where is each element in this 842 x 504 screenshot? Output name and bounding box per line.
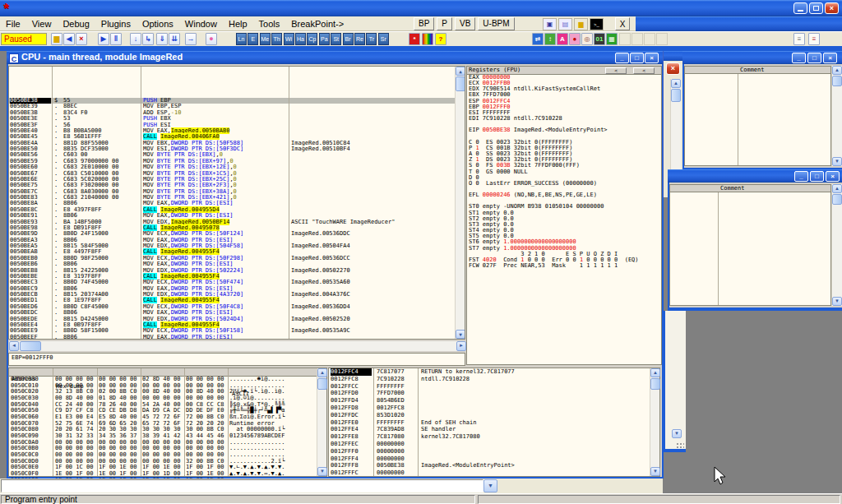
disasm-row[interactable]: 0050BE3B.83C4 F0ADD ESP,-10	[9, 110, 465, 116]
stack-row[interactable]: 0012FFF400000000	[329, 455, 659, 463]
menu-button-bp[interactable]: BP	[414, 17, 434, 30]
compare-icon[interactable]: ↕	[544, 33, 556, 45]
animate-over-icon[interactable]: ⇊	[169, 33, 180, 45]
disasm-row[interactable]: 0050BE38$55PUSH EBP	[9, 98, 465, 104]
stack-row[interactable]: 0012FFD07FFD7000	[329, 390, 659, 397]
pane-button-sr[interactable]: Sr	[378, 33, 389, 45]
disasm-row[interactable]: 0050BEC3.8B0D 74F45000MOV ECX,DWORD PTR …	[9, 280, 465, 285]
step-over-icon[interactable]: ↳	[142, 33, 154, 45]
stack-row[interactable]: 0012FFD48054B6ED	[329, 397, 659, 405]
dump-vscrollbar[interactable]: ▲ ▼	[317, 368, 326, 476]
register-line[interactable]: EDI 7C910228 ntdll.7C910228	[467, 116, 661, 122]
collapse-button[interactable]: <	[605, 67, 627, 74]
notes2-icon[interactable]: ≡	[808, 33, 820, 45]
menu-options[interactable]: Options	[136, 17, 179, 30]
cpu-window-titlebar[interactable]: CCPU - main thread, module ImageRed _ □ …	[7, 51, 664, 64]
menu-file[interactable]: File	[0, 17, 26, 30]
menu-button-vb[interactable]: VB	[455, 17, 475, 30]
go-back-icon[interactable]: ◀	[63, 33, 75, 45]
command-combobox-input[interactable]	[1, 479, 483, 492]
disasm-row[interactable]: 0050BED6.8B0D C8F45000MOV ECX,DWORD PTR …	[9, 304, 465, 310]
close-button[interactable]: ×	[826, 171, 840, 182]
menu-debug[interactable]: Debug	[57, 17, 95, 30]
disasm-row[interactable]: 0050BEB0.8B0D 98F25000MOV ECX,DWORD PTR …	[9, 256, 465, 261]
step-into-icon[interactable]: ↓	[130, 33, 141, 45]
right-bottom-titlebar[interactable]: _ □ ×	[668, 169, 842, 183]
pane-button-me[interactable]: Me	[260, 33, 271, 45]
disasm-row[interactable]: 0050BE3E.53PUSH EBX	[9, 116, 465, 122]
register-line[interactable]: EFL 00000246 (NO,NB,E,BE,NS,PE,GE,LE)	[467, 192, 661, 198]
scroll-thumb[interactable]	[20, 341, 41, 351]
disasm-hscrollbar[interactable]: ◄ ►	[8, 341, 465, 351]
combobox-dropdown-icon[interactable]: ▼	[483, 479, 497, 492]
pane-button-th[interactable]: Th	[271, 33, 282, 45]
menu-button-u-bpm[interactable]: U-BPM	[478, 17, 514, 30]
menu-view[interactable]: View	[26, 17, 58, 30]
menu-plugins[interactable]: Plugins	[95, 17, 136, 30]
close-button[interactable]: ×	[825, 2, 839, 14]
cpu-minimize-button[interactable]: _	[615, 53, 629, 63]
menu-breakpoint[interactable]: BreakPoint->	[285, 17, 349, 30]
spiral-icon[interactable]: ◎	[581, 33, 593, 45]
breakpoint-icon[interactable]: ●	[569, 33, 581, 45]
stack-row[interactable]: 0012FFE87C817080kernel32.7C817080	[329, 433, 659, 441]
stack-row[interactable]: 0012FFCCFFFFFFFF	[329, 383, 659, 391]
scroll-down-icon[interactable]: ▼	[832, 157, 842, 166]
open-file-icon[interactable]: ▆	[51, 33, 62, 45]
pane-button-ha[interactable]: Ha	[295, 33, 306, 45]
scroll-up-icon[interactable]: ▲	[832, 184, 842, 193]
scroll-thumb[interactable]	[317, 378, 327, 390]
scroll-thumb[interactable]	[456, 76, 465, 91]
minimize-button[interactable]	[793, 2, 807, 14]
minimize-button[interactable]: _	[794, 171, 808, 182]
close-button[interactable]: ×	[823, 53, 837, 63]
stack-vscrollbar[interactable]: ▲ ▼	[650, 368, 659, 476]
gear-icon[interactable]: *	[409, 33, 420, 45]
pane-button-st[interactable]: St	[331, 33, 341, 45]
pane-button-pa[interactable]: Pa	[319, 33, 330, 45]
menu-window[interactable]: Window	[179, 17, 223, 30]
right-top-vscrollbar[interactable]: ▲ ▼	[831, 66, 842, 166]
pane-button-wi[interactable]: Wi	[284, 33, 294, 45]
stack-row[interactable]: 0012FFC47C817077RETURN to kernel32.7C817…	[329, 368, 659, 376]
console-icon[interactable]: >_	[590, 18, 604, 30]
assembler-icon[interactable]: A	[557, 33, 568, 45]
pane-button-cp[interactable]: Cp	[307, 33, 317, 45]
disasm-row[interactable]: 0050BE9D.8B0D 24F15000MOV ECX,DWORD PTR …	[9, 231, 465, 237]
pane-button-e[interactable]: E	[248, 33, 258, 45]
splat-icon[interactable]: ●	[206, 33, 217, 45]
register-line[interactable]: O 0 LastErr ERROR_SUCCESS (00000000)	[467, 181, 661, 187]
stack-row[interactable]: 0012FFC87C910228ntdll.7C910228	[329, 376, 659, 383]
close-program-icon[interactable]: ×	[76, 33, 87, 45]
maximize-button[interactable]: □	[810, 171, 824, 182]
scroll-up-icon[interactable]: ▲	[832, 66, 842, 75]
scroll-up-icon[interactable]: ▲	[317, 368, 327, 377]
disasm-row[interactable]: 0050BEEF.8B06MOV EAX,DWORD PTR DS:[ESI]	[9, 335, 465, 340]
rainbow-icon[interactable]	[422, 33, 433, 45]
minimize-button[interactable]: _	[792, 53, 806, 63]
cpu-close-button[interactable]: ×	[645, 53, 659, 63]
notes-icon[interactable]: ▤	[558, 18, 572, 30]
pane-button-ln[interactable]: Ln	[236, 33, 247, 45]
menu-button-p[interactable]: P	[437, 17, 452, 30]
collapse-button[interactable]: <	[633, 67, 655, 74]
scroll-left-icon[interactable]: ◄	[9, 341, 19, 351]
right-bottom-vscrollbar[interactable]: ▲ ▼	[831, 184, 842, 306]
scroll-thumb[interactable]	[650, 378, 660, 390]
fragment-close-button[interactable]: ×	[666, 62, 680, 75]
main-titlebar[interactable]: * ×	[0, 0, 842, 16]
restore-button[interactable]	[809, 2, 823, 14]
fragment-vscrollbar[interactable]: ▲	[670, 79, 681, 178]
animate-into-icon[interactable]: ⇓	[156, 33, 168, 45]
execute-till-return-icon[interactable]: →	[185, 33, 197, 45]
scroll-up-icon[interactable]: ▲	[650, 368, 660, 377]
clipboard-icon[interactable]: ▣	[543, 18, 557, 30]
maximize-button[interactable]: □	[807, 53, 821, 63]
scroll-down-icon[interactable]: ▼	[650, 467, 660, 476]
run-icon[interactable]: ▶	[98, 33, 109, 45]
disasm-row[interactable]: 0050BE83.C683 21040000 00MOV BYTE PTR DS…	[9, 195, 465, 201]
scroll-thumb[interactable]	[671, 89, 681, 102]
menu-help[interactable]: Help	[223, 17, 253, 30]
disasm-row[interactable]: 0050BE8C.E8 4397F8FFCALL ImageRed.004955…	[9, 207, 465, 213]
pane-button-br[interactable]: Br	[343, 33, 354, 45]
